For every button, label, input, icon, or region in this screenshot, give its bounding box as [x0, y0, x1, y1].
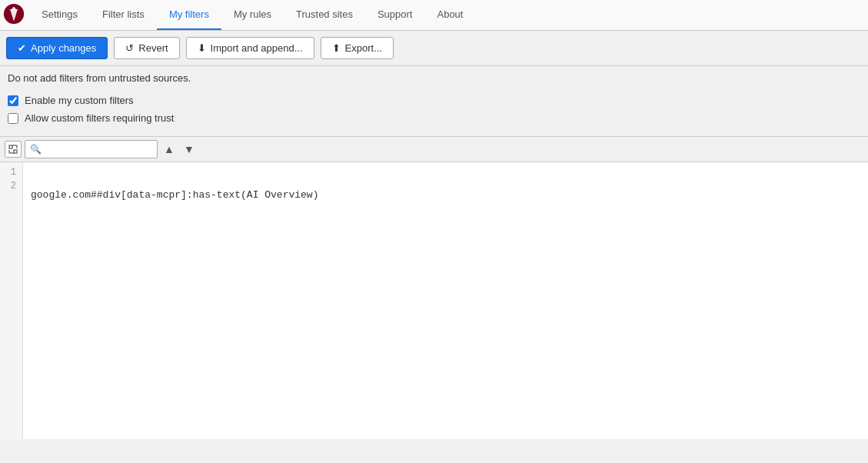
editor-toolbar: 🔍 ▲ ▼: [0, 137, 868, 162]
tab-filter-lists[interactable]: Filter lists: [90, 0, 157, 30]
tab-my-rules[interactable]: My rules: [221, 0, 284, 30]
allow-custom-filters-row[interactable]: Allow custom filters requiring trust: [8, 109, 860, 127]
export-label: Export...: [345, 42, 382, 54]
tab-settings[interactable]: Settings: [29, 0, 90, 30]
import-button[interactable]: ⬇ Import and append...: [186, 37, 314, 59]
app-logo: [3, 3, 29, 27]
apply-changes-button[interactable]: ✔ Apply changes: [6, 37, 108, 59]
export-button[interactable]: ⬆ Export...: [321, 37, 394, 59]
search-icon: 🔍: [30, 144, 42, 155]
line-number-2: 2: [6, 179, 16, 193]
nav-tabs: Settings Filter lists My filters My rule…: [29, 0, 475, 30]
code-editor: 1 2 google.com##div[data-mcpr]:has-text(…: [0, 162, 868, 439]
checkmark-icon: ✔: [18, 42, 26, 54]
code-content[interactable]: google.com##div[data-mcpr]:has-text(AI O…: [23, 162, 868, 439]
enable-custom-filters-row[interactable]: Enable my custom filters: [8, 92, 860, 109]
apply-changes-label: Apply changes: [31, 42, 96, 54]
code-line-2: [31, 225, 860, 239]
line-numbers: 1 2: [0, 162, 23, 439]
search-next-button[interactable]: ▼: [181, 141, 198, 158]
toolbar: ✔ Apply changes ↺ Revert ⬇ Import and ap…: [0, 31, 868, 66]
tab-trusted-sites[interactable]: Trusted sites: [284, 0, 365, 30]
enable-custom-filters-checkbox[interactable]: [8, 95, 18, 106]
tab-support[interactable]: Support: [365, 0, 425, 30]
allow-custom-filters-checkbox[interactable]: [8, 113, 18, 124]
svg-rect-2: [14, 150, 17, 153]
expand-editor-button[interactable]: [5, 141, 22, 158]
expand-icon: [8, 145, 18, 154]
export-icon: ⬆: [332, 42, 341, 54]
editor-section: 🔍 ▲ ▼ 1 2 google.com##div[data-mcpr]:has…: [0, 136, 868, 439]
checkboxes-section: Enable my custom filters Allow custom fi…: [0, 87, 868, 132]
import-icon: ⬇: [198, 42, 206, 54]
revert-button[interactable]: ↺ Revert: [114, 37, 179, 59]
warning-text: Do not add filters from untrusted source…: [0, 66, 868, 87]
editor-search-input[interactable]: [45, 144, 152, 155]
code-line-1: google.com##div[data-mcpr]:has-text(AI O…: [31, 188, 860, 202]
tab-my-filters[interactable]: My filters: [157, 0, 221, 30]
enable-custom-filters-label: Enable my custom filters: [25, 95, 134, 106]
revert-icon: ↺: [125, 42, 134, 54]
allow-custom-filters-label: Allow custom filters requiring trust: [25, 112, 174, 124]
line-number-1: 1: [6, 165, 16, 179]
editor-search-container: 🔍: [25, 140, 158, 158]
svg-rect-1: [9, 145, 12, 148]
search-prev-button[interactable]: ▲: [161, 141, 178, 158]
revert-label: Revert: [138, 42, 168, 54]
nav-bar: Settings Filter lists My filters My rule…: [0, 0, 868, 31]
import-label: Import and append...: [211, 42, 303, 54]
tab-about[interactable]: About: [424, 0, 475, 30]
